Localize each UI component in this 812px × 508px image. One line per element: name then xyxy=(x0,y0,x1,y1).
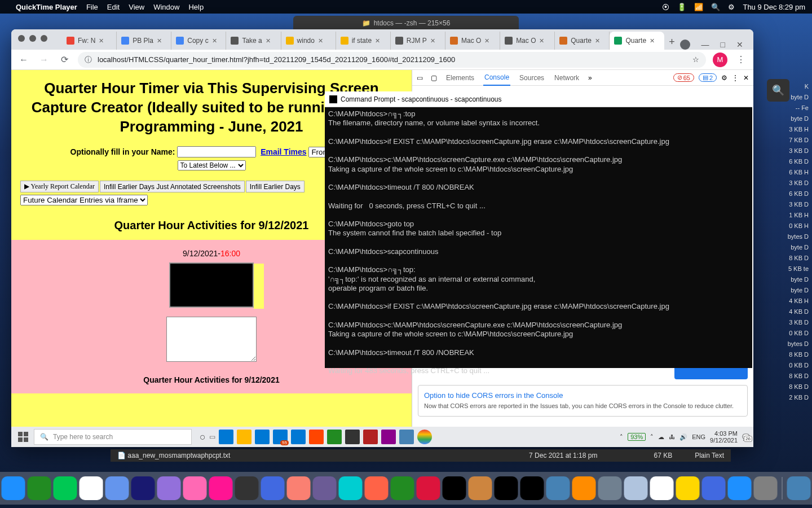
dock-app-icon[interactable] xyxy=(650,476,674,500)
dock-app-icon[interactable] xyxy=(105,476,129,500)
bookmark-star-icon[interactable]: ☆ xyxy=(692,55,699,64)
tab-item[interactable]: windo✕ xyxy=(281,32,336,50)
battery-icon[interactable]: 🔋 xyxy=(677,3,686,11)
close-icon[interactable]: ✕ xyxy=(595,37,600,45)
dock-app-icon[interactable] xyxy=(546,476,570,500)
filezilla-icon[interactable] xyxy=(363,430,378,444)
onedrive-icon[interactable]: ☁ xyxy=(658,433,664,441)
minimize-window-icon[interactable] xyxy=(29,35,36,42)
dock-app-icon[interactable] xyxy=(365,476,389,500)
profile-avatar[interactable]: M xyxy=(713,52,727,67)
url-input[interactable]: ⓘ localhost/HTMLCSS/quarter_hour_timer.h… xyxy=(78,52,706,68)
cortana-icon[interactable]: ○ xyxy=(200,431,206,443)
name-input[interactable] xyxy=(177,146,256,157)
tab-item[interactable]: if state✕ xyxy=(336,32,391,50)
close-icon[interactable]: ✕ xyxy=(212,37,217,45)
tab-item[interactable]: Mac O✕ xyxy=(500,32,555,50)
close-devtools-icon[interactable]: ✕ xyxy=(743,74,749,82)
dock-app-icon[interactable] xyxy=(209,476,233,500)
close-icon[interactable]: ✕ xyxy=(375,37,380,45)
menu-help[interactable]: Help xyxy=(188,3,204,11)
explorer-icon[interactable] xyxy=(237,430,251,444)
new-tab-button[interactable]: + xyxy=(664,34,680,50)
menubar-clock[interactable]: Thu 9 Dec 8:29 pm xyxy=(743,3,805,11)
minimize-icon[interactable]: — xyxy=(701,40,709,49)
menu-edit[interactable]: Edit xyxy=(107,3,120,11)
tab-item[interactable]: Mac O✕ xyxy=(445,32,500,50)
device-toggle-icon[interactable]: ▢ xyxy=(431,74,437,82)
tray-icon[interactable]: ˄ xyxy=(650,433,654,441)
dock-app-icon[interactable] xyxy=(728,476,752,500)
dock-app-icon[interactable] xyxy=(676,476,700,500)
taskbar-clock[interactable]: 4:03 PM 9/12/2021 xyxy=(710,430,738,444)
annotation-textarea[interactable] xyxy=(166,317,257,362)
dock-app-icon[interactable] xyxy=(157,476,181,500)
wifi-icon[interactable]: 📶 xyxy=(694,3,703,11)
reload-button[interactable]: ⟳ xyxy=(58,53,71,67)
screenrecord-icon[interactable]: ⦿ xyxy=(662,3,669,11)
dock-app-icon[interactable] xyxy=(261,476,285,500)
close-icon[interactable]: ✕ xyxy=(539,37,544,45)
dock-app-icon[interactable] xyxy=(287,476,311,500)
volume-icon[interactable]: 🔊 xyxy=(679,433,687,441)
terminal-icon[interactable] xyxy=(345,430,360,444)
infill-annotated-button[interactable]: Infill Earlier Days Just Annotated Scree… xyxy=(100,181,245,192)
chevron-up-icon[interactable]: ˄ xyxy=(620,433,623,441)
issues-count-badge[interactable]: ▤ 2 xyxy=(699,73,717,82)
task-view-icon[interactable]: ▭ xyxy=(209,433,215,441)
inspect-icon[interactable]: ▭ xyxy=(417,74,423,82)
macos-search-overlay-icon[interactable]: 🔍 xyxy=(767,79,789,102)
tab-item[interactable]: Fw: N✕ xyxy=(62,32,117,50)
menu-file[interactable]: File xyxy=(86,3,98,11)
dock-app-icon[interactable] xyxy=(495,476,518,500)
dock-app-icon[interactable] xyxy=(417,476,440,500)
close-icon[interactable]: ✕ xyxy=(430,37,435,45)
menu-view[interactable]: View xyxy=(129,3,144,11)
network-icon[interactable]: 🖧 xyxy=(669,433,675,440)
dock-app-icon[interactable] xyxy=(572,476,596,500)
more-tabs-icon[interactable]: » xyxy=(588,74,592,82)
more-icon[interactable]: ⋮ xyxy=(732,74,739,82)
dock-app-icon[interactable] xyxy=(391,476,414,500)
battery-status[interactable]: 93% xyxy=(628,433,646,441)
to-select[interactable]: To Latest Below ... xyxy=(178,160,246,170)
chrome-menu-icon[interactable]: ⋮ xyxy=(734,53,748,67)
close-icon[interactable]: ✕ xyxy=(266,37,271,45)
dock-app-icon[interactable] xyxy=(28,476,51,500)
dock-app-icon[interactable] xyxy=(2,476,25,500)
dock-app-icon[interactable] xyxy=(183,476,207,500)
dock-app-icon[interactable] xyxy=(131,476,155,500)
back-button[interactable]: ← xyxy=(17,53,30,67)
edge-icon[interactable] xyxy=(219,430,233,444)
devtools-tab-elements[interactable]: Elements xyxy=(445,71,475,85)
screenshot-thumbnail[interactable] xyxy=(169,262,254,308)
dock-app-icon[interactable] xyxy=(80,476,103,500)
close-icon[interactable]: ✕ xyxy=(318,37,323,45)
cmd-titlebar[interactable]: Command Prompt - scapcontinuous - scapco… xyxy=(325,91,752,107)
control-center-icon[interactable]: ⚙ xyxy=(728,3,735,11)
spotlight-icon[interactable]: 🔍 xyxy=(711,3,720,11)
windows-search-input[interactable]: 🔍 Type here to search xyxy=(34,429,192,445)
email-times-link[interactable]: Email Times xyxy=(261,147,306,156)
close-icon[interactable]: ✕ xyxy=(157,37,162,45)
app-icon[interactable] xyxy=(291,430,306,444)
maximize-window-icon[interactable] xyxy=(41,35,47,42)
dock-app-icon[interactable] xyxy=(443,476,466,500)
dock-app-icon[interactable] xyxy=(313,476,337,500)
infill-earlier-button[interactable]: Infill Earlier Days xyxy=(246,181,304,192)
app-icon[interactable] xyxy=(327,430,342,444)
notification-icon[interactable]: 💬26 xyxy=(742,433,750,441)
dock-app-icon[interactable] xyxy=(754,476,778,500)
close-icon[interactable]: ✕ xyxy=(484,37,489,45)
dock-app-icon[interactable] xyxy=(702,476,726,500)
devtools-tab-sources[interactable]: Sources xyxy=(518,71,545,85)
start-button[interactable] xyxy=(15,428,32,445)
command-prompt-window[interactable]: Command Prompt - scapcontinuous - scapco… xyxy=(325,91,752,368)
store-icon[interactable] xyxy=(255,430,270,444)
incognito-icon[interactable] xyxy=(680,40,690,50)
close-icon[interactable]: ✕ xyxy=(99,37,104,45)
close-icon[interactable]: ✕ xyxy=(650,37,655,45)
forward-button[interactable]: → xyxy=(37,53,51,67)
devtools-tab-console[interactable]: Console xyxy=(483,70,510,86)
tab-item[interactable]: Quarte✕ xyxy=(555,32,610,50)
